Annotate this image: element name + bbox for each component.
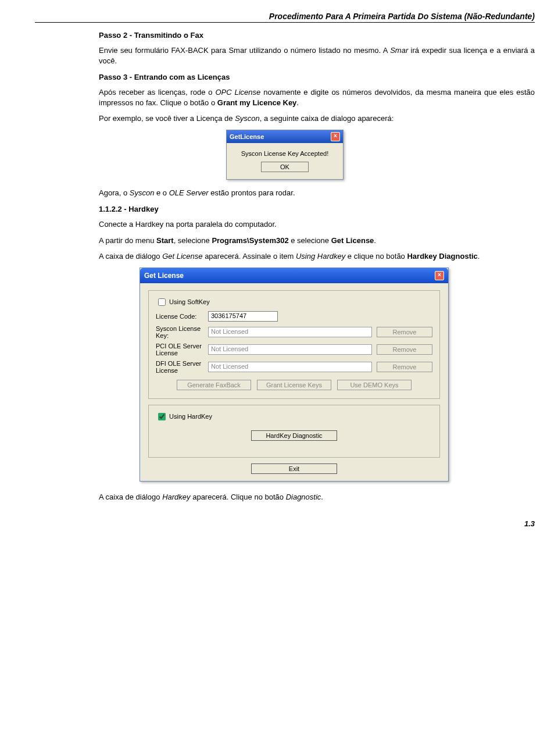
dialog-body: Syscon License Key Accepted! OK — [227, 143, 343, 179]
using-softkey-label: Using SoftKey — [169, 298, 210, 305]
dfi-key-input[interactable]: Not Licensed — [208, 362, 372, 372]
softkey-checkbox-row: Using SoftKey — [156, 297, 432, 308]
text-bold: Grant my Licence Key — [217, 98, 297, 107]
text-italic: Using Hardkey — [296, 252, 345, 261]
using-hardkey-checkbox[interactable] — [158, 413, 166, 420]
text-italic: Get License — [162, 252, 202, 261]
dialog-title: Get License — [144, 272, 184, 280]
hardkey-diag-row: HardKey Diagnostic — [156, 430, 432, 441]
dialog-titlebar: Get License × — [140, 268, 448, 283]
text-italic: Hardkey — [162, 493, 190, 501]
text-italic: OPC License — [215, 88, 260, 97]
hardkey-group: Using HardKey HardKey Diagnostic — [148, 405, 440, 458]
hardkey-diagnostic-button[interactable]: HardKey Diagnostic — [251, 430, 337, 441]
text: A partir do menu — [99, 236, 156, 245]
pci-key-row: PCI OLE Server License Not Licensed Remo… — [156, 343, 432, 356]
text: , selecione — [174, 236, 212, 245]
final-paragraph: A caixa de diálogo Hardkey aparecerá. Cl… — [99, 492, 535, 502]
step3-paragraph-2: Por exemplo, se você tiver a Licença de … — [99, 113, 535, 124]
step3-title: Passo 3 - Entrando com as Licenças — [99, 73, 535, 81]
text: e selecione — [289, 236, 331, 245]
text-italic: OLE Server — [169, 188, 209, 197]
text: Agora, o — [99, 188, 130, 197]
step2-paragraph: Envie seu formulário FAX-BACK para Smar … — [99, 45, 535, 66]
license-code-label: License Code: — [156, 313, 208, 320]
text-bold: Programs\System302 — [212, 236, 288, 245]
hk-paragraph-3: A caixa de diálogo Get License aparecerá… — [99, 251, 535, 262]
text: . — [374, 236, 376, 245]
softkey-group: Using SoftKey License Code: 3036175747 S… — [148, 290, 440, 399]
exit-row: Exit — [148, 463, 440, 474]
remove-button[interactable]: Remove — [377, 362, 432, 372]
remove-button[interactable]: Remove — [377, 327, 432, 337]
text: e o — [154, 188, 169, 197]
step2-title: Passo 2 - Transmitindo o Fax — [99, 31, 535, 40]
close-icon[interactable]: × — [331, 132, 340, 141]
text: aparecerá. Assinale o item — [203, 252, 296, 261]
page-header: Procedimento Para A Primeira Partida Do … — [35, 12, 535, 23]
pci-key-input[interactable]: Not Licensed — [208, 344, 372, 355]
text: Após receber as licenças, rode o — [99, 88, 215, 97]
remove-button[interactable]: Remove — [377, 344, 432, 355]
page-number: 1.3 — [35, 519, 535, 528]
softkey-button-row: Generate FaxBack Grant License Keys Use … — [156, 380, 432, 390]
text: Por exemplo, se você tiver a Licença de — [99, 114, 235, 123]
hardkey-title: 1.1.2.2 - Hardkey — [99, 205, 535, 213]
dfi-key-row: DFI OLE Server License Not Licensed Remo… — [156, 360, 432, 374]
text-italic: Syscon — [235, 114, 260, 123]
step3-paragraph-1: Após receber as licenças, rode o OPC Lic… — [99, 87, 535, 108]
text: . — [321, 493, 323, 501]
text-italic: Diagnostic — [286, 493, 321, 501]
getlicense-dialog: GetLicense × Syscon License Key Accepted… — [226, 130, 344, 180]
hardkey-checkbox-row: Using HardKey — [156, 411, 432, 422]
text: A caixa de diálogo — [99, 252, 162, 261]
license-code-row: License Code: 3036175747 — [156, 311, 432, 322]
agora-paragraph: Agora, o Syscon e o OLE Server estão pro… — [99, 188, 535, 198]
dialog-message: Syscon License Key Accepted! — [231, 150, 338, 157]
syscon-key-row: Syscon License Key: Not Licensed Remove — [156, 325, 432, 339]
grant-license-keys-button[interactable]: Grant License Keys — [257, 380, 331, 390]
dialog-titlebar: GetLicense × — [227, 130, 343, 143]
text-bold: Hardkey Diagnostic — [407, 252, 477, 261]
text-italic: Syscon — [130, 188, 155, 197]
pci-key-label: PCI OLE Server License — [156, 343, 208, 356]
use-demo-keys-button[interactable]: Use DEMO Keys — [337, 380, 412, 390]
text: . — [478, 252, 480, 261]
hk-paragraph-2: A partir do menu Start, selecione Progra… — [99, 236, 535, 246]
syscon-key-label: Syscon License Key: — [156, 325, 208, 339]
exit-button[interactable]: Exit — [251, 463, 337, 474]
hk-paragraph-1: Conecte a Hardkey na porta paralela do c… — [99, 219, 535, 230]
generate-faxback-button[interactable]: Generate FaxBack — [177, 380, 251, 390]
text-bold: Get License — [331, 236, 374, 245]
ok-button[interactable]: OK — [261, 162, 309, 172]
dialog-body: Using SoftKey License Code: 3036175747 S… — [140, 283, 448, 481]
text: A caixa de diálogo — [99, 493, 162, 501]
using-hardkey-label: Using HardKey — [169, 413, 212, 420]
text: estão prontos para rodar. — [209, 188, 295, 197]
license-code-input[interactable]: 3036175747 — [208, 311, 278, 322]
text-italic: Smar — [390, 46, 408, 55]
text: , a seguinte caixa de dialogo aparecerá: — [260, 114, 394, 123]
dfi-key-label: DFI OLE Server License — [156, 360, 208, 374]
text: e clique no botão — [345, 252, 407, 261]
text: Envie seu formulário FAX-BACK para Smar … — [99, 46, 390, 55]
syscon-key-input[interactable]: Not Licensed — [208, 327, 372, 337]
close-icon[interactable]: × — [435, 271, 444, 280]
dialog-title: GetLicense — [230, 133, 264, 140]
using-softkey-checkbox[interactable] — [158, 298, 166, 306]
text-bold: Start — [156, 236, 174, 245]
text: aparecerá. Clique no botão — [191, 493, 286, 501]
text: . — [296, 98, 299, 107]
get-license-dialog: Get License × Using SoftKey License Code… — [140, 268, 449, 482]
